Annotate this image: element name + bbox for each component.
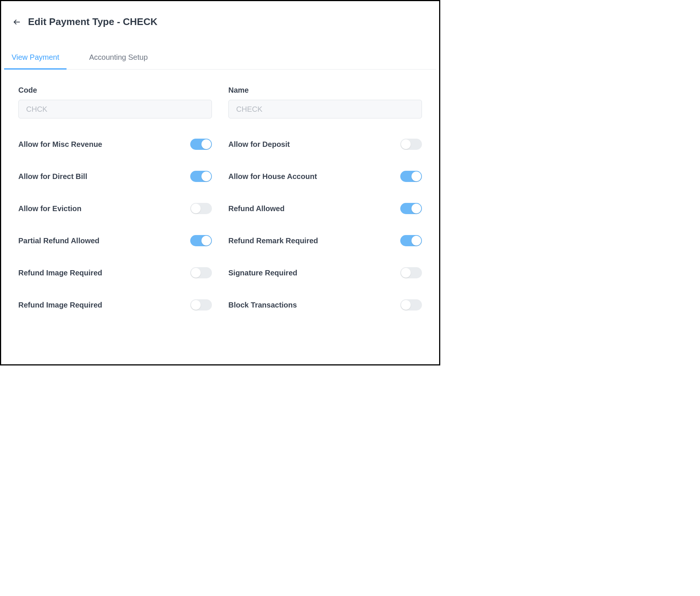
- toggle-knob-icon: [201, 172, 211, 181]
- toggle-knob-icon: [411, 204, 421, 213]
- page-title: Edit Payment Type - CHECK: [28, 16, 157, 28]
- code-label: Code: [18, 86, 212, 95]
- toggle-allow-deposit[interactable]: [400, 139, 422, 150]
- tab-accounting-setup[interactable]: Accounting Setup: [81, 49, 155, 70]
- toggle-label-block-transactions: Block Transactions: [228, 301, 297, 309]
- toggle-label-allow-house-account: Allow for House Account: [228, 172, 317, 181]
- toggle-row-allow-eviction: Allow for Eviction: [18, 203, 212, 214]
- toggle-row-allow-direct-bill: Allow for Direct Bill: [18, 171, 212, 182]
- toggle-knob-icon: [401, 139, 411, 149]
- toggle-knob-icon: [191, 268, 201, 278]
- toggle-label-refund-image-required-2: Refund Image Required: [18, 301, 102, 309]
- toggle-allow-misc-revenue[interactable]: [190, 139, 212, 150]
- form-area: Code Name Allow for Misc RevenueAllow fo…: [4, 70, 436, 311]
- toggle-label-partial-refund-allowed: Partial Refund Allowed: [18, 237, 99, 245]
- toggle-block-transactions[interactable]: [400, 299, 422, 311]
- toggle-label-allow-eviction: Allow for Eviction: [18, 204, 81, 213]
- toggle-label-allow-direct-bill: Allow for Direct Bill: [18, 172, 87, 181]
- toggle-partial-refund-allowed[interactable]: [190, 235, 212, 246]
- name-label: Name: [228, 86, 422, 95]
- toggle-allow-direct-bill[interactable]: [190, 171, 212, 182]
- toggle-knob-icon: [201, 236, 211, 245]
- tab-view-payment[interactable]: View Payment: [4, 49, 67, 70]
- field-code: Code: [18, 86, 212, 118]
- toggle-label-refund-image-required-1: Refund Image Required: [18, 269, 102, 277]
- toggle-knob-icon: [401, 300, 411, 310]
- toggle-label-allow-deposit: Allow for Deposit: [228, 140, 290, 149]
- toggle-signature-required[interactable]: [400, 267, 422, 278]
- input-row: Code Name: [18, 86, 422, 118]
- toggle-knob-icon: [401, 268, 411, 278]
- toggle-row-refund-remark-required: Refund Remark Required: [228, 235, 422, 246]
- toggle-row-allow-deposit: Allow for Deposit: [228, 139, 422, 150]
- toggle-row-block-transactions: Block Transactions: [228, 299, 422, 311]
- toggle-refund-image-required-1[interactable]: [190, 267, 212, 278]
- toggle-row-allow-house-account: Allow for House Account: [228, 171, 422, 182]
- toggle-knob-icon: [201, 139, 211, 149]
- toggle-label-signature-required: Signature Required: [228, 269, 297, 277]
- toggle-knob-icon: [191, 300, 201, 310]
- toggle-row-partial-refund-allowed: Partial Refund Allowed: [18, 235, 212, 246]
- toggle-label-allow-misc-revenue: Allow for Misc Revenue: [18, 140, 102, 149]
- toggle-allow-house-account[interactable]: [400, 171, 422, 182]
- toggle-refund-allowed[interactable]: [400, 203, 422, 214]
- toggle-label-refund-allowed: Refund Allowed: [228, 204, 284, 213]
- page-header: Edit Payment Type - CHECK: [4, 16, 436, 28]
- toggle-refund-image-required-2[interactable]: [190, 299, 212, 311]
- toggle-row-refund-image-required-2: Refund Image Required: [18, 299, 212, 311]
- toggle-grid: Allow for Misc RevenueAllow for DepositA…: [18, 139, 422, 311]
- toggle-knob-icon: [411, 172, 421, 181]
- toggle-knob-icon: [411, 236, 421, 245]
- toggle-row-allow-misc-revenue: Allow for Misc Revenue: [18, 139, 212, 150]
- back-arrow-icon[interactable]: [12, 18, 21, 27]
- toggle-row-signature-required: Signature Required: [228, 267, 422, 278]
- code-input[interactable]: [18, 100, 212, 118]
- toggle-refund-remark-required[interactable]: [400, 235, 422, 246]
- tab-bar: View Payment Accounting Setup: [4, 49, 436, 70]
- field-name: Name: [228, 86, 422, 118]
- toggle-knob-icon: [191, 204, 201, 213]
- name-input[interactable]: [228, 100, 422, 118]
- toggle-allow-eviction[interactable]: [190, 203, 212, 214]
- toggle-label-refund-remark-required: Refund Remark Required: [228, 237, 318, 245]
- toggle-row-refund-image-required-1: Refund Image Required: [18, 267, 212, 278]
- toggle-row-refund-allowed: Refund Allowed: [228, 203, 422, 214]
- page-container: Edit Payment Type - CHECK View Payment A…: [1, 1, 439, 311]
